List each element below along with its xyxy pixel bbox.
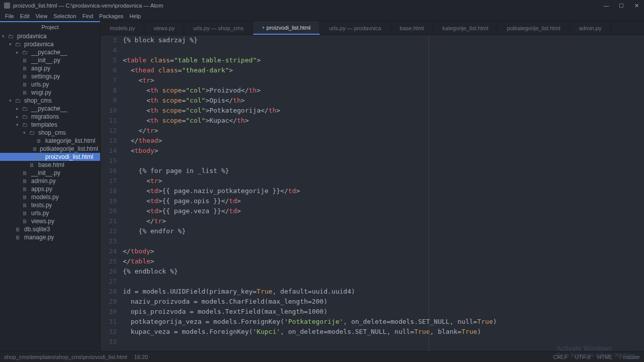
status-git[interactable]:  master <box>619 354 640 360</box>
tree-file-settings-py[interactable]: 🗎settings.py <box>0 72 100 80</box>
tree-folder-shop-cms[interactable]: ▾🗀shop_cms <box>0 97 100 105</box>
tree-folder---pycache--[interactable]: ▸🗀__pycache__ <box>0 105 100 113</box>
line-number: 4 <box>101 45 117 55</box>
code-line[interactable]: opis_proizvoda = models.TextField(max_le… <box>123 307 644 317</box>
code-line[interactable]: </tbody> <box>123 246 644 256</box>
tree-folder-migrations[interactable]: ▸🗀migrations <box>0 113 100 121</box>
file-icon: 🗎 <box>36 138 43 144</box>
code-line[interactable] <box>123 236 644 246</box>
status-lang[interactable]: HTML <box>597 354 612 360</box>
chevron-icon: ▸ <box>16 106 21 111</box>
code-line[interactable]: {% endblock %} <box>123 266 644 277</box>
tree-file-wsgi-py[interactable]: 🗎wsgi.py <box>0 88 100 97</box>
status-path[interactable]: shop_cms\templates\shop_cms\proizvodi_li… <box>4 354 127 360</box>
code-line[interactable] <box>123 277 644 287</box>
menubar: FileEditViewSelectionFindPackagesHelp <box>0 11 644 21</box>
code-line[interactable]: {% endfor %} <box>123 226 644 236</box>
code-line[interactable]: <td>{{ page.opis }}</td> <box>123 196 644 206</box>
tree-file-apps-py[interactable]: 🗎apps.py <box>0 185 100 193</box>
tab-urls-py---prodavnica[interactable]: urls.py — prodavnica <box>320 21 390 35</box>
tab-views-py[interactable]: views.py <box>144 21 184 35</box>
tree-file-potkategorije-list-html[interactable]: 🗎potkategorije_list.html <box>0 145 100 153</box>
line-number: 12 <box>101 126 117 136</box>
tree-folder-prodavnica[interactable]: ▾🗀prodavnica <box>0 32 100 40</box>
menu-selection[interactable]: Selection <box>50 13 79 19</box>
status-eol[interactable]: CRLF <box>553 354 568 360</box>
maximize-button[interactable]: ☐ <box>618 3 625 9</box>
code-line[interactable]: <th scope="col">Proizvod</th> <box>123 85 644 96</box>
tree-item-label: urls.py <box>31 81 49 88</box>
tree-file-tests-py[interactable]: 🗎tests.py <box>0 201 100 209</box>
status-cursor[interactable]: 16:20 <box>134 354 148 360</box>
tree-file-urls-py[interactable]: 🗎urls.py <box>0 209 100 217</box>
file-icon: 🗎 <box>22 178 29 184</box>
code-line[interactable]: <tr> <box>123 75 644 85</box>
code-line[interactable]: </thead> <box>123 136 644 146</box>
editor-area: models.pyviews.pyurls.py — shop_cmsproiz… <box>101 21 644 351</box>
menu-find[interactable]: Find <box>79 13 96 19</box>
folder-icon: 🗀 <box>15 41 22 47</box>
code-line[interactable]: id = models.UUIDField(primary_key=True, … <box>123 287 644 297</box>
code-editor[interactable]: 3456789101112131415161718192021222324252… <box>101 35 644 351</box>
code-line[interactable]: <td>{{ page.veza }}</td> <box>123 206 644 216</box>
code-line[interactable]: {% for page in _list %} <box>123 166 644 176</box>
tree-file---init---py[interactable]: 🗎__init__.py <box>0 169 100 177</box>
project-tree[interactable]: ▾🗀prodavnica▾🗀prodavnica▸🗀__pycache__🗎__… <box>0 32 100 241</box>
tree-file-base-html[interactable]: 🗎base.html <box>0 161 100 169</box>
tree-file-admin-py[interactable]: 🗎admin.py <box>0 177 100 185</box>
tree-folder-shop-cms[interactable]: ▾🗀shop_cms <box>0 129 100 137</box>
tree-folder-prodavnica[interactable]: ▾🗀prodavnica <box>0 40 100 48</box>
menu-file[interactable]: File <box>2 13 17 19</box>
menu-packages[interactable]: Packages <box>96 13 126 19</box>
tree-file-db-sqlite3[interactable]: 🗎db.sqlite3 <box>0 225 100 233</box>
wrap-guide <box>429 35 429 351</box>
code-line[interactable]: <td>{{ page.naziv_potkategorije }}</td> <box>123 186 644 196</box>
menu-help[interactable]: Help <box>126 13 144 19</box>
code-line[interactable]: <tr> <box>123 176 644 186</box>
code-lines[interactable]: {% block sadrzaj %}<table class="table t… <box>123 35 644 351</box>
tab-potkategorije-list-html[interactable]: potkategorije_list.html <box>498 21 570 35</box>
tree-file---init---py[interactable]: 🗎__init__.py <box>0 56 100 64</box>
tree-item-label: migrations <box>31 113 59 120</box>
code-line[interactable]: </table> <box>123 256 644 266</box>
code-line[interactable] <box>123 45 644 55</box>
code-line[interactable]: </tr> <box>123 216 644 226</box>
code-line[interactable]: kupac_veza = models.ForeignKey('Kupci', … <box>123 327 644 337</box>
code-line[interactable]: <thead class="thead-dark"> <box>123 65 644 75</box>
tree-file-models-py[interactable]: 🗎models.py <box>0 193 100 201</box>
code-line[interactable]: <th scope="col">Kupac</th> <box>123 116 644 126</box>
close-button[interactable]: ✕ <box>633 3 640 9</box>
minimize-button[interactable]: — <box>603 3 610 9</box>
tree-folder-templates[interactable]: ▾🗀templates <box>0 121 100 129</box>
tab-base-html[interactable]: base.html <box>391 21 434 35</box>
code-line[interactable]: {% block sadrzaj %} <box>123 35 644 45</box>
tree-item-label: kategorije_list.html <box>45 137 95 144</box>
code-line[interactable]: <th scope="col">Potkategorija</th> <box>123 106 644 116</box>
code-line[interactable]: <th scope="col">Opis</th> <box>123 96 644 106</box>
menu-edit[interactable]: Edit <box>17 13 33 19</box>
code-line[interactable]: </tr> <box>123 126 644 136</box>
tab-models-py[interactable]: models.py <box>101 21 144 35</box>
code-line[interactable]: <table class="table table-striped"> <box>123 55 644 65</box>
tab-proizvodi-list-html[interactable]: proizvodi_list.html <box>253 21 320 35</box>
tree-item-label: urls.py <box>31 210 49 217</box>
tree-file-asgi-py[interactable]: 🗎asgi.py <box>0 64 100 72</box>
file-icon: 🗎 <box>32 146 38 152</box>
status-encoding[interactable]: UTF-8 <box>575 354 590 360</box>
tree-file-views-py[interactable]: 🗎views.py <box>0 217 100 225</box>
tree-folder---pycache--[interactable]: ▸🗀__pycache__ <box>0 48 100 56</box>
menu-view[interactable]: View <box>33 13 51 19</box>
tab-admin-py[interactable]: admin.py <box>570 21 611 35</box>
tree-file-urls-py[interactable]: 🗎urls.py <box>0 80 100 88</box>
tab-kategorije-list-html[interactable]: kategorije_list.html <box>433 21 498 35</box>
code-line[interactable]: naziv_proizvoda = models.CharField(max_l… <box>123 297 644 307</box>
code-line[interactable]: <tbody> <box>123 146 644 156</box>
tree-file-manage-py[interactable]: 🗎manage.py <box>0 233 100 241</box>
code-line[interactable] <box>123 156 644 166</box>
tree-file-proizvodi-list-html[interactable]: 🗎proizvodi_list.html <box>0 153 100 161</box>
code-line[interactable]: potkategorija_veza = models.ForeignKey('… <box>123 317 644 327</box>
tab-urls-py---shop-cms[interactable]: urls.py — shop_cms <box>184 21 253 35</box>
file-icon: 🗎 <box>22 210 29 216</box>
code-line[interactable] <box>123 337 644 347</box>
tree-file-kategorije-list-html[interactable]: 🗎kategorije_list.html <box>0 137 100 145</box>
